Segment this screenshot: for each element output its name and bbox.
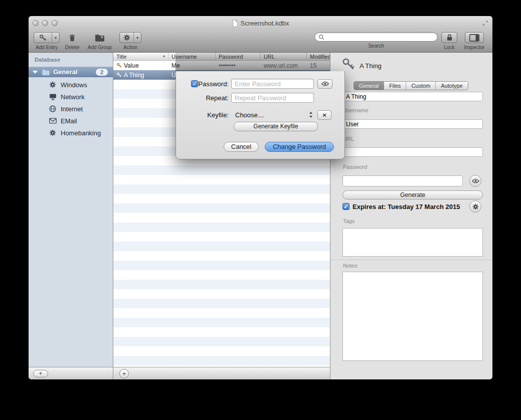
search-icon [318,34,324,40]
titlebar[interactable]: Screenshot.kdbx [29,16,492,30]
sidebar-section-header: Database [35,57,60,63]
expires-settings-button[interactable] [469,200,481,213]
sidebar-item-label: Windows [61,81,87,89]
disclosure-triangle-icon[interactable] [33,71,38,74]
sheet-password-input[interactable] [231,79,314,89]
inspector-tabs: General Files Custom Autotype [354,81,468,90]
expires-row[interactable]: ✓ Expires at: Tuesday 17 March 2015 [342,202,460,211]
sheet-shadow [176,53,330,71]
minimize-button[interactable] [42,20,48,26]
sidebar-group-badge: 2 [96,69,108,76]
monitor-icon [49,93,57,100]
sidebar-item-internet[interactable]: Internet [29,103,113,115]
reveal-password-button[interactable] [317,79,332,89]
sidebar-item-label: Network [61,93,85,101]
change-password-button[interactable]: Change Password [265,142,334,152]
add-group-label: Add Group [84,45,115,50]
trash-icon [62,32,83,43]
document-icon [232,20,238,27]
change-password-sheet: ✓ Password: Repeat: Keyfile: [176,71,345,159]
password-field[interactable] [342,175,463,186]
gear-icon [49,81,57,88]
delete-label: Delete [62,45,83,50]
sidebar-group-label: General [53,68,77,76]
password-checkbox[interactable]: ✓ [191,80,198,87]
title-field[interactable] [342,92,483,101]
chevron-down-icon: ▾ [52,33,59,43]
add-entry-plus-button[interactable]: + [119,369,129,378]
fullscreen-icon[interactable] [482,20,488,26]
folder-plus-icon [84,32,115,43]
generate-password-button[interactable]: Generate [342,190,483,199]
sidebar-group-general[interactable]: General 2 [29,67,113,77]
add-entry-label: Add Entry [33,45,60,50]
content-area: Database General 2 Windows [29,53,492,379]
delete-button[interactable]: Delete [62,32,83,50]
gear-icon [49,129,57,136]
generate-keyfile-button[interactable]: Generate Keyfile [234,122,318,131]
sidebar-item-windows[interactable]: Windows [29,79,113,91]
sidebar-item-email[interactable]: EMail [29,115,113,127]
key-icon [341,57,356,71]
sheet-password-label: Password: [183,80,231,88]
inspector-panel-icon [469,34,479,42]
folder-icon [42,69,50,76]
clear-keyfile-button[interactable]: × [317,110,331,120]
lock-button[interactable]: Lock [441,32,458,50]
column-header-title[interactable]: Title ▾ [113,53,168,60]
keyfile-value: Choose… [235,111,309,119]
sidebar-item-network[interactable]: Network [29,91,113,103]
chevron-down-icon: ▾ [133,33,141,43]
eye-icon [472,178,479,183]
tags-textarea[interactable] [342,228,483,257]
keyfile-popup[interactable]: Choose… [231,110,314,120]
section-divider [330,260,492,260]
envelope-icon [49,118,57,124]
add-group-button[interactable]: Add Group [84,32,115,50]
cancel-button[interactable]: Cancel [224,142,259,152]
url-field[interactable] [342,147,483,157]
zoom-button[interactable] [52,20,58,26]
action-label: Action [118,45,142,50]
stepper-icon [309,112,313,118]
lock-icon [446,34,453,42]
toolbar: ▾ Add Entry Delete Add Group [29,30,492,53]
check-icon: ✓ [343,203,348,209]
sidebar-items: Windows Network Internet [29,79,113,139]
gear-icon [120,33,133,43]
expires-label: Expires at: Tuesday 17 March 2015 [353,203,460,211]
add-entry-button[interactable]: ▾ Add Entry [33,32,60,50]
tags-label: Tags [343,218,355,224]
tab-general[interactable]: General [354,82,384,90]
search-label: Search [314,43,438,49]
inspector-button[interactable]: Inspector [460,32,488,50]
close-button[interactable] [33,20,39,26]
add-group-plus-button[interactable]: + [33,370,48,377]
sort-arrow-icon: ▾ [163,54,165,59]
reveal-password-button[interactable] [469,175,481,187]
expires-checkbox[interactable]: ✓ [342,203,350,210]
globe-icon [49,105,57,112]
window-title: Screenshot.kdbx [241,20,289,27]
search-input[interactable] [326,33,434,41]
app-window: Screenshot.kdbx ▾ Add Entry [29,16,492,379]
sidebar-item-label: EMail [61,117,77,125]
sheet-repeat-label: Repeat: [183,94,231,102]
sidebar-item-homebanking[interactable]: Homebanking [29,127,113,139]
tab-autotype[interactable]: Autotype [435,82,467,90]
search-input-wrap[interactable] [314,32,438,42]
inspector-panel: A Thing General Files Custom Autotype Us… [330,53,492,379]
entry-list-bottom-bar: + [113,367,330,379]
notes-textarea[interactable] [342,272,483,361]
sidebar-bottom-bar: + [29,367,113,379]
tab-custom[interactable]: Custom [406,82,435,90]
close-icon: × [322,111,326,119]
sidebar: Database General 2 Windows [29,53,113,379]
sheet-keyfile-label: Keyfile: [183,111,231,119]
username-field[interactable] [342,119,483,129]
sidebar-item-label: Homebanking [61,129,101,137]
action-button[interactable]: ▾ Action [118,32,142,50]
tab-files[interactable]: Files [384,82,406,90]
entry-title: Value [124,62,139,69]
sheet-repeat-input[interactable] [231,93,314,103]
